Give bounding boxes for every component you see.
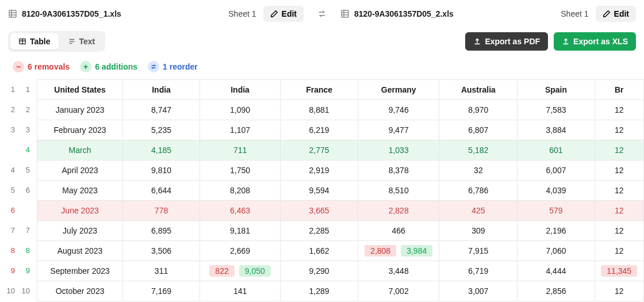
diff-table: United StatesIndiaIndiaFranceGermanyAust… — [37, 79, 644, 301]
data-cell: 8,510 — [358, 181, 439, 201]
data-cell: 9,746 — [358, 100, 439, 120]
data-cell: 2,919 — [281, 160, 358, 181]
additions-summary: + 6 additions — [80, 61, 137, 72]
data-cell: 5,235 — [123, 120, 200, 140]
removals-summary: − 6 removals — [13, 61, 70, 72]
data-cell: 4,185 — [123, 140, 200, 160]
table-row: February 20235,2351,1076,2199,4776,8073,… — [37, 120, 644, 140]
table-row: October 20237,1691411,2897,0023,0072,856… — [37, 281, 644, 301]
gutter-left: 10 — [5, 286, 15, 295]
data-cell: 9,181 — [200, 221, 280, 241]
reorder-icon — [148, 61, 159, 72]
gutter-left: 3 — [5, 125, 15, 134]
gutter-left: 8 — [5, 246, 15, 255]
data-cell: 12 — [595, 120, 644, 140]
sheet-1-label: Sheet 1 — [228, 9, 256, 18]
file-2-name: 8120-9A3061357D05_2.xls — [354, 9, 454, 18]
data-cell: 141 — [200, 281, 280, 301]
header-row: United StatesIndiaIndiaFranceGermanyAust… — [37, 80, 644, 100]
upload-icon — [562, 37, 570, 45]
gutter-left: 2 — [5, 105, 15, 114]
gutter-right: 2 — [20, 105, 30, 114]
data-cell: 3,448 — [358, 261, 439, 281]
sheet-2-label: Sheet 1 — [561, 9, 588, 18]
data-cell: 12 — [595, 221, 644, 241]
table-view-button[interactable]: Table — [10, 33, 59, 49]
reorder-count: 1 — [163, 62, 167, 71]
new-value-pill: 9,050 — [239, 265, 271, 277]
old-value-pill: 822 — [209, 265, 234, 277]
gutter-left: 9 — [5, 266, 15, 275]
data-cell: 1,107 — [200, 120, 280, 140]
column-header: United States — [37, 80, 123, 100]
export-pdf-label: Export as PDF — [485, 37, 540, 46]
data-cell: 12 — [595, 181, 644, 201]
table-row: April 20239,8101,7502,9198,378326,00712 — [37, 160, 644, 181]
edit-label: Edit — [614, 9, 629, 18]
data-cell: 7,002 — [358, 281, 439, 301]
data-cell: 3,506 — [123, 241, 200, 261]
data-cell: 7,060 — [518, 241, 595, 261]
data-cell: 8,378 — [358, 160, 439, 181]
data-cell: 2,856 — [518, 281, 595, 301]
action-bar: Table Text Export as PDF Export as XLS — [0, 28, 644, 55]
view-toggle: Table Text — [8, 31, 105, 52]
spreadsheet-icon — [8, 9, 17, 18]
data-cell: 6,644 — [123, 181, 200, 201]
data-cell: 7,169 — [123, 281, 200, 301]
gutter-left: 1 — [5, 85, 15, 94]
diff-grid: 1122334455667788991010 United StatesIndi… — [0, 79, 644, 301]
data-cell: 4,444 — [518, 261, 595, 281]
row-label-cell: May 2023 — [37, 181, 123, 201]
data-cell: 1,090 — [200, 100, 280, 120]
reorder-label: reorder — [170, 62, 198, 71]
column-header: India — [123, 80, 200, 100]
data-cell: 12 — [595, 160, 644, 181]
data-cell: 2,196 — [518, 221, 595, 241]
gutter-left: 6 — [5, 206, 15, 215]
svg-rect-0 — [9, 10, 16, 17]
data-cell: 6,007 — [518, 160, 595, 181]
column-header: Br — [595, 80, 644, 100]
column-header: France — [281, 80, 358, 100]
data-cell: 1,750 — [200, 160, 280, 181]
data-cell: 425 — [439, 201, 518, 221]
data-cell: 5,182 — [439, 140, 518, 160]
gutter-left: 7 — [5, 226, 15, 235]
data-cell: 2,775 — [281, 140, 358, 160]
gutter-right: 6 — [20, 186, 30, 194]
column-header: Spain — [518, 80, 595, 100]
spreadsheet-icon — [340, 9, 350, 18]
pencil-icon — [603, 10, 611, 18]
edit-label: Edit — [282, 9, 297, 18]
gutter-right: 3 — [20, 125, 30, 134]
row-label-cell: July 2023 — [37, 221, 123, 241]
gutter-left: 4 — [5, 166, 15, 174]
new-value-pill: 3,984 — [401, 245, 432, 257]
gutter-right: 9 — [20, 266, 30, 275]
row-gutter: 1122334455667788991010 — [0, 79, 33, 301]
export-pdf-button[interactable]: Export as PDF — [465, 32, 548, 51]
table-row: March4,1857112,7751,0335,18260112 — [37, 140, 644, 160]
data-cell: 8,208 — [200, 181, 280, 201]
swap-files-button[interactable] — [314, 6, 330, 22]
additions-label: additions — [102, 62, 137, 71]
svg-rect-4 — [342, 10, 348, 17]
data-cell: 11,345 — [595, 261, 644, 281]
data-cell: 7,915 — [439, 241, 518, 261]
text-view-button[interactable]: Text — [60, 33, 103, 49]
row-label-cell: April 2023 — [37, 160, 123, 181]
row-label-cell: June 2023 — [37, 201, 123, 221]
pencil-icon — [270, 10, 278, 18]
data-cell: 6,786 — [439, 181, 518, 201]
data-cell: 711 — [200, 140, 280, 160]
data-cell: 8,881 — [281, 100, 358, 120]
removals-count: 6 — [28, 62, 32, 71]
data-cell: 1,033 — [358, 140, 439, 160]
plus-icon: + — [80, 61, 91, 72]
edit-file-2-button[interactable]: Edit — [596, 6, 636, 22]
data-cell: 4,039 — [518, 181, 595, 201]
edit-file-1-button[interactable]: Edit — [263, 6, 304, 22]
export-xls-button[interactable]: Export as XLS — [554, 32, 636, 51]
gutter-right: 10 — [20, 286, 30, 295]
